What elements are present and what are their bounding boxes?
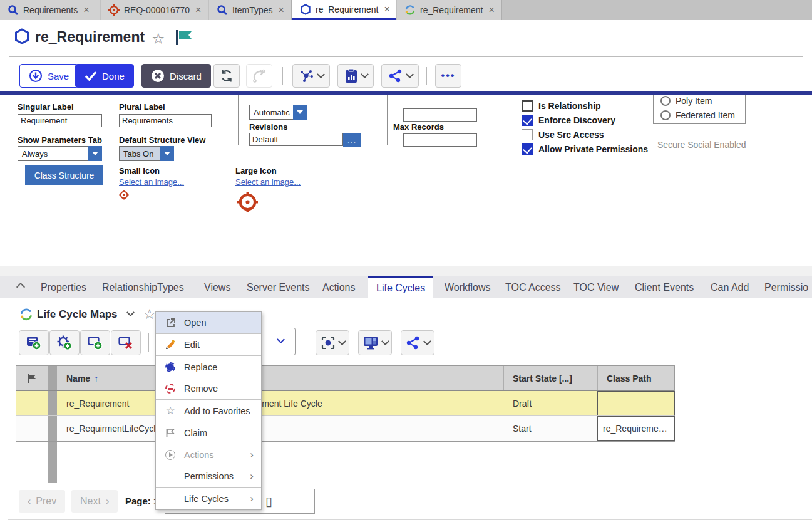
- favorite-star-icon[interactable]: ☆: [152, 30, 165, 48]
- actions-icon: [165, 450, 175, 460]
- layout-dropdown-button[interactable]: [358, 330, 392, 355]
- singular-label-input[interactable]: [18, 114, 102, 127]
- tab-life-cycles[interactable]: Life Cycles: [368, 276, 433, 298]
- done-button[interactable]: Done: [75, 64, 134, 88]
- revisions-input[interactable]: [249, 133, 343, 146]
- open-in-new-icon: [165, 318, 176, 328]
- tab-properties[interactable]: Properties: [33, 276, 95, 298]
- tab-toc-view[interactable]: TOC View: [565, 276, 627, 298]
- class-path-cell[interactable]: re_Requireme…: [597, 416, 675, 441]
- small-icon-label: Small Icon: [119, 166, 160, 175]
- refresh-button[interactable]: [213, 64, 240, 88]
- dropdown-arrow-icon[interactable]: [88, 146, 102, 161]
- lifecycle-icon: [19, 308, 33, 321]
- menu-item-claim[interactable]: Claim: [156, 422, 261, 444]
- menu-item-remove[interactable]: Remove: [156, 378, 261, 400]
- close-icon[interactable]: ×: [383, 4, 391, 15]
- large-icon-select-link[interactable]: Select an image...: [235, 177, 301, 187]
- save-icon: [29, 69, 43, 83]
- curved-arrow-icon: [252, 68, 267, 83]
- flag-column-header[interactable]: [16, 366, 48, 390]
- unnamed-input[interactable]: [403, 108, 477, 122]
- remove-related-icon: [118, 335, 134, 351]
- row-handle[interactable]: [48, 416, 57, 441]
- class-structure-button[interactable]: Class Structure: [25, 165, 103, 185]
- chevron-down-icon: [406, 70, 414, 78]
- new-related-gear-button[interactable]: [49, 330, 80, 355]
- versioning-select[interactable]: Automatic: [249, 105, 307, 120]
- dropdown-arrow-icon[interactable]: [293, 105, 307, 120]
- is-relationship-checkbox[interactable]: [522, 100, 533, 112]
- placeholder-glyph: ▯: [265, 494, 272, 509]
- radio-row: Poly Item: [660, 96, 712, 106]
- discard-button[interactable]: Discard: [141, 64, 211, 88]
- plural-label-input[interactable]: [119, 114, 212, 127]
- next-page-button[interactable]: Next ›: [71, 490, 118, 513]
- tab-permissions[interactable]: Permissio: [756, 276, 812, 298]
- tab-itemtypes[interactable]: ItemTypes ×: [209, 0, 292, 20]
- refresh-icon: [220, 69, 234, 83]
- small-icon-select-link[interactable]: Select an image...: [119, 177, 184, 187]
- use-src-access-checkbox[interactable]: [522, 129, 533, 140]
- menu-item-edit[interactable]: Edit: [156, 334, 261, 356]
- tab-req-000016770[interactable]: REQ-000016770 ×: [101, 0, 208, 20]
- favorite-star-icon[interactable]: ☆: [143, 306, 156, 323]
- collapse-icon[interactable]: [16, 283, 25, 291]
- tab-server-events[interactable]: Server Events: [239, 276, 317, 298]
- close-icon[interactable]: ×: [277, 4, 285, 16]
- allow-private-permissions-checkbox[interactable]: [522, 143, 533, 155]
- row-handle[interactable]: [48, 391, 57, 415]
- chevron-down-icon[interactable]: [126, 308, 135, 316]
- federated-item-radio[interactable]: [660, 110, 671, 120]
- class-path-cell[interactable]: [597, 391, 675, 415]
- menu-item-actions[interactable]: Actions ›: [156, 444, 261, 466]
- tab-toc-access[interactable]: TOC Access: [497, 276, 569, 298]
- table-row[interactable]: re_Requirement re_Requirement Life Cycle…: [16, 391, 674, 416]
- save-button[interactable]: Save: [19, 64, 78, 88]
- next-arrow-icon: ›: [106, 496, 109, 507]
- close-icon[interactable]: ×: [194, 4, 202, 16]
- menu-item-life-cycles[interactable]: Life Cycles ›: [156, 488, 261, 509]
- table-row[interactable]: re_RequirmentLifeCycle2 Start re_Require…: [16, 416, 674, 441]
- show-parameters-select[interactable]: Always: [18, 146, 102, 161]
- class-path-column-header[interactable]: Class Path: [597, 366, 675, 390]
- prev-page-button[interactable]: ‹ Prev: [19, 490, 65, 513]
- start-state-column-header[interactable]: Start State [...]: [503, 366, 597, 390]
- menu-item-open[interactable]: Open: [156, 312, 261, 334]
- poly-item-radio[interactable]: [660, 96, 671, 106]
- menu-item-permissions[interactable]: Permissions ›: [156, 466, 261, 488]
- focus-dropdown-button[interactable]: [316, 330, 349, 355]
- flag-icon[interactable]: [175, 30, 193, 45]
- tab-can-add[interactable]: Can Add: [702, 276, 757, 298]
- tab-client-events[interactable]: Client Events: [627, 276, 702, 298]
- tab-requirements[interactable]: Requirements ×: [0, 0, 100, 20]
- close-icon[interactable]: ×: [487, 4, 495, 16]
- new-item-button[interactable]: [19, 330, 49, 355]
- tab-actions[interactable]: Actions: [314, 276, 363, 298]
- share-dropdown-button[interactable]: [381, 64, 419, 88]
- max-records-input[interactable]: [403, 133, 477, 147]
- next-label: Next: [80, 496, 101, 507]
- revisions-browse-button[interactable]: ...: [343, 133, 361, 147]
- default-structure-select[interactable]: Tabs On: [119, 146, 174, 161]
- reports-dropdown-button[interactable]: [337, 64, 374, 88]
- dropdown-arrow-icon[interactable]: [160, 146, 174, 161]
- structure-dropdown-button[interactable]: [292, 64, 330, 88]
- promote-button-disabled[interactable]: [246, 64, 272, 88]
- close-icon[interactable]: ×: [82, 4, 90, 16]
- tab-re-requirement-lifecycle[interactable]: re_Requirement ×: [397, 0, 502, 20]
- tab-workflows[interactable]: Workflows: [436, 276, 499, 298]
- tab-re-requirement-active[interactable]: re_Requirement ×: [292, 0, 396, 20]
- share-dropdown-button[interactable]: [401, 330, 434, 355]
- enforce-discovery-checkbox[interactable]: [522, 115, 533, 126]
- menu-item-replace[interactable]: Replace: [156, 356, 261, 378]
- remove-related-button[interactable]: [111, 330, 141, 355]
- tab-label: REQ-000016770: [124, 5, 190, 15]
- circle-x-icon: [151, 69, 165, 83]
- tab-relationshiptypes[interactable]: RelationshipTypes: [94, 276, 192, 298]
- add-existing-button[interactable]: [80, 330, 110, 355]
- more-actions-button[interactable]: •••: [435, 64, 461, 88]
- tab-views[interactable]: Views: [196, 276, 239, 298]
- menu-label: Open: [184, 318, 206, 328]
- menu-item-add-to-favorites[interactable]: ☆ Add to Favorites: [156, 400, 261, 422]
